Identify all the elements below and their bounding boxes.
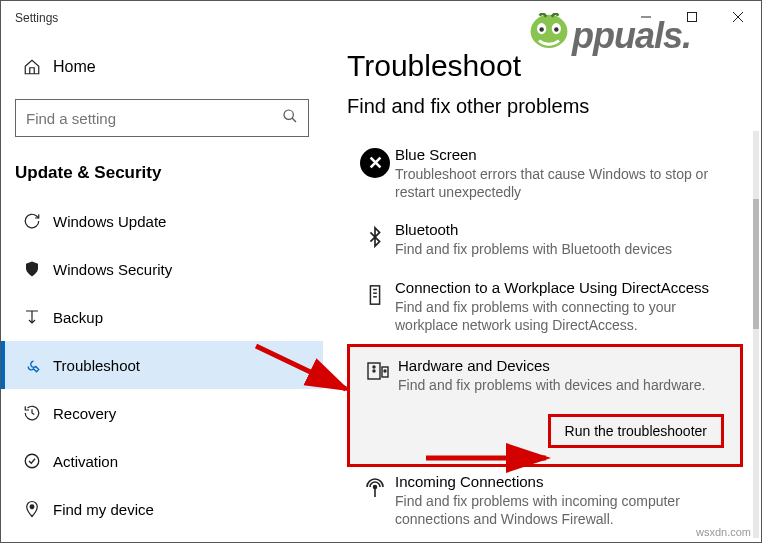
attribution: wsxdn.com <box>696 526 751 538</box>
troubleshooter-hardware[interactable]: Hardware and Devices Find and fix proble… <box>347 344 743 407</box>
sidebar-item-find-my-device[interactable]: Find my device <box>1 485 323 533</box>
run-row: Run the troubleshooter <box>347 404 743 467</box>
scrollbar-thumb[interactable] <box>753 199 759 329</box>
search-icon <box>282 108 298 128</box>
ts-desc: Find and fix problems with incoming comp… <box>395 492 735 528</box>
troubleshooter-bluetooth[interactable]: Bluetooth Find and fix problems with Blu… <box>347 211 743 268</box>
ts-desc: Troubleshoot errors that cause Windows t… <box>395 165 735 201</box>
section-header: Update & Security <box>1 155 323 197</box>
sidebar-item-windows-update[interactable]: Windows Update <box>1 197 323 245</box>
svg-rect-8 <box>370 285 379 303</box>
location-icon <box>23 500 53 518</box>
sidebar-item-troubleshoot[interactable]: Troubleshoot <box>1 341 323 389</box>
sidebar-item-label: Windows Update <box>53 213 166 230</box>
sidebar-item-label: Windows Security <box>53 261 172 278</box>
ts-title: Blue Screen <box>395 146 735 163</box>
troubleshooter-hardware-block: Hardware and Devices Find and fix proble… <box>347 344 743 467</box>
content-pane: Troubleshoot Find and fix other problems… <box>323 35 761 542</box>
ts-desc: Find and fix problems with connecting to… <box>395 298 735 334</box>
troubleshooter-blue-screen[interactable]: ✕ Blue Screen Troubleshoot errors that c… <box>347 136 743 211</box>
page-subtitle: Find and fix other problems <box>347 95 743 118</box>
sync-icon <box>23 212 53 230</box>
home-label: Home <box>53 58 96 76</box>
workplace-icon <box>355 279 395 334</box>
sidebar-item-label: Backup <box>53 309 103 326</box>
history-icon <box>23 404 53 422</box>
sidebar-item-label: Troubleshoot <box>53 357 140 374</box>
window-title: Settings <box>15 11 58 25</box>
ts-desc: Find and fix problems with Bluetooth dev… <box>395 240 735 258</box>
close-button[interactable] <box>715 1 761 33</box>
sidebar-item-backup[interactable]: Backup <box>1 293 323 341</box>
sidebar-item-activation[interactable]: Activation <box>1 437 323 485</box>
troubleshooter-incoming[interactable]: Incoming Connections Find and fix proble… <box>347 467 743 538</box>
maximize-button[interactable] <box>669 1 715 33</box>
svg-point-14 <box>373 370 375 372</box>
bluetooth-icon <box>355 221 395 258</box>
ts-title: Hardware and Devices <box>398 357 732 374</box>
ts-title: Incoming Connections <box>395 473 735 490</box>
svg-point-6 <box>25 454 39 468</box>
troubleshooter-list: ✕ Blue Screen Troubleshoot errors that c… <box>347 136 743 539</box>
svg-point-13 <box>373 366 375 368</box>
wrench-icon <box>23 356 53 374</box>
ts-title: Bluetooth <box>395 221 735 238</box>
svg-line-5 <box>292 118 296 122</box>
search-box[interactable] <box>15 99 309 137</box>
shield-icon <box>23 260 53 278</box>
home-nav[interactable]: Home <box>1 45 323 89</box>
sidebar-item-label: Find my device <box>53 501 154 518</box>
svg-point-7 <box>30 505 34 509</box>
sidebar-item-windows-security[interactable]: Windows Security <box>1 245 323 293</box>
page-title: Troubleshoot <box>347 49 743 83</box>
check-icon <box>23 452 53 470</box>
sidebar-item-label: Recovery <box>53 405 116 422</box>
run-troubleshooter-button[interactable]: Run the troubleshooter <box>548 414 724 448</box>
sidebar: Home Update & Security Windows Update Wi… <box>1 35 323 542</box>
home-icon <box>23 58 53 76</box>
ts-desc: Find and fix problems with devices and h… <box>398 376 732 394</box>
sidebar-item-label: Activation <box>53 453 118 470</box>
scrollbar[interactable] <box>753 131 759 538</box>
window-controls <box>623 1 761 33</box>
svg-rect-1 <box>688 13 697 22</box>
blue-screen-icon: ✕ <box>355 146 395 201</box>
sidebar-item-recovery[interactable]: Recovery <box>1 389 323 437</box>
ts-title: Connection to a Workplace Using DirectAc… <box>395 279 735 296</box>
backup-icon <box>23 308 53 326</box>
search-input[interactable] <box>26 110 282 127</box>
svg-point-16 <box>384 370 386 372</box>
troubleshooter-directaccess[interactable]: Connection to a Workplace Using DirectAc… <box>347 269 743 344</box>
hardware-icon <box>358 357 398 394</box>
svg-point-4 <box>284 110 293 119</box>
incoming-icon <box>355 473 395 528</box>
minimize-button[interactable] <box>623 1 669 33</box>
